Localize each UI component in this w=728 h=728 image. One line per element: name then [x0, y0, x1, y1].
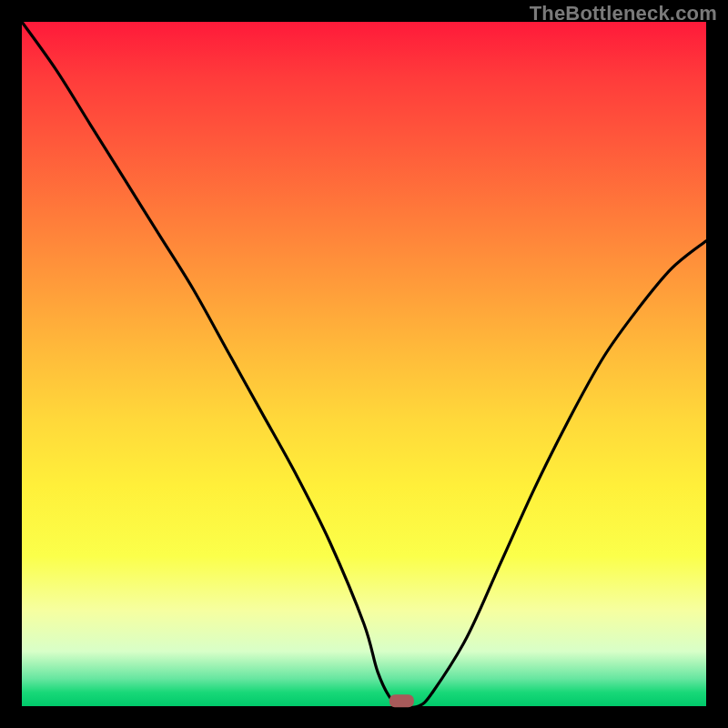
plot-area	[22, 22, 706, 706]
minimum-marker	[389, 694, 414, 707]
bottleneck-curve	[22, 22, 706, 707]
curve-layer	[22, 22, 706, 706]
chart-frame: TheBottleneck.com	[0, 0, 728, 728]
